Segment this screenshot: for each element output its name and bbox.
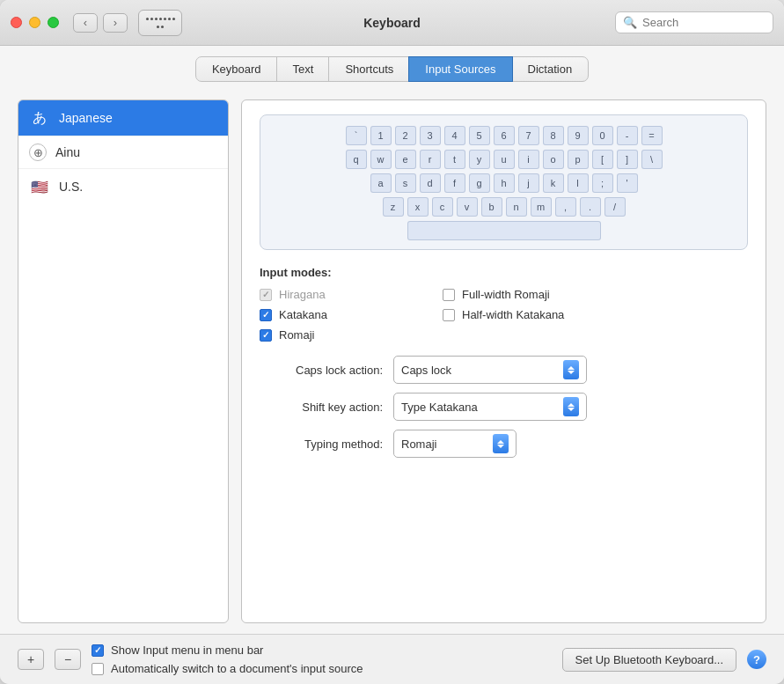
- source-label-ainu: Ainu: [55, 145, 80, 159]
- us-flag-icon: 🇺🇸: [29, 176, 50, 197]
- key-minus: -: [617, 126, 638, 145]
- maximize-button[interactable]: [48, 17, 59, 28]
- tab-text[interactable]: Text: [276, 56, 331, 82]
- key-l: l: [568, 173, 589, 193]
- grid-button[interactable]: [138, 10, 182, 36]
- key-a: a: [370, 173, 392, 193]
- checkbox-romaji[interactable]: [260, 329, 272, 342]
- key-3: 3: [420, 126, 441, 145]
- source-item-ainu[interactable]: ⊕ Ainu: [18, 136, 228, 169]
- key-8: 8: [543, 126, 564, 145]
- auto-switch-row: Automatically switch to a document's inp…: [92, 662, 363, 675]
- mode-label-hiragana: Hiragana: [279, 288, 326, 301]
- key-lbracket: [: [592, 150, 613, 169]
- tab-shortcuts[interactable]: Shortcuts: [328, 56, 410, 82]
- typing-method-select[interactable]: Romaji: [393, 430, 517, 458]
- typing-method-value: Romaji: [401, 438, 436, 451]
- key-f: f: [444, 173, 465, 193]
- main-window: ‹ › Keyboard 🔍 Keyboard Text Shortcuts I…: [0, 0, 784, 684]
- key-z: z: [383, 197, 404, 217]
- mode-full-width-romaji: Full-width Romaji: [443, 288, 619, 301]
- key-semicolon: ;: [592, 173, 613, 193]
- grid-dot: [150, 18, 153, 20]
- key-row-1: q w e r t y u i o p [ ] \: [269, 150, 738, 169]
- tab-dictation[interactable]: Dictation: [511, 56, 590, 82]
- window-title: Keyboard: [363, 16, 421, 30]
- key-j: j: [518, 173, 539, 193]
- checkbox-half-width-katakana[interactable]: [443, 309, 455, 321]
- mode-katakana: Katakana: [260, 308, 436, 321]
- add-source-button[interactable]: +: [18, 649, 44, 670]
- key-5: 5: [469, 126, 490, 145]
- sources-list: あ Japanese ⊕ Ainu 🇺🇸 U.S.: [18, 99, 229, 623]
- key-7: 7: [518, 126, 539, 145]
- typing-method-row: Typing method: Romaji: [260, 430, 748, 458]
- typing-method-arrow: [493, 434, 509, 453]
- key-c: c: [432, 197, 453, 217]
- key-comma: ,: [555, 197, 576, 217]
- checkbox-full-width-romaji[interactable]: [443, 289, 455, 301]
- tab-keyboard[interactable]: Keyboard: [195, 56, 278, 82]
- key-r: r: [420, 150, 441, 169]
- source-item-japanese[interactable]: あ Japanese: [18, 100, 228, 136]
- key-0: 0: [592, 126, 613, 145]
- help-button[interactable]: ?: [747, 650, 766, 669]
- key-b: b: [481, 197, 502, 217]
- caps-lock-row: Caps lock action: Caps lock: [260, 356, 748, 384]
- key-row-3: z x c v b n m , . /: [269, 197, 738, 217]
- search-box[interactable]: 🔍: [615, 11, 773, 33]
- key-1: 1: [370, 126, 392, 145]
- arrow-down-icon-2: [568, 408, 575, 411]
- search-icon: 🔍: [623, 16, 637, 29]
- caps-lock-value: Caps lock: [401, 364, 451, 377]
- key-d: d: [420, 173, 441, 193]
- ainu-icon: ⊕: [29, 143, 47, 161]
- bluetooth-button[interactable]: Set Up Bluetooth Keyboard...: [562, 648, 736, 672]
- key-x: x: [407, 197, 429, 217]
- forward-button[interactable]: ›: [103, 13, 128, 33]
- key-equals: =: [641, 126, 663, 145]
- key-2: 2: [395, 126, 416, 145]
- key-o: o: [543, 150, 564, 169]
- back-button[interactable]: ‹: [73, 13, 98, 33]
- shift-key-select[interactable]: Type Katakana: [393, 393, 587, 421]
- caps-lock-label: Caps lock action:: [260, 364, 383, 377]
- mode-romaji: Romaji: [260, 328, 436, 342]
- japanese-icon: あ: [29, 107, 50, 129]
- key-w: w: [370, 150, 392, 169]
- key-u: u: [494, 150, 515, 169]
- arrow-up-icon: [568, 366, 575, 370]
- tab-input-sources[interactable]: Input Sources: [408, 56, 512, 82]
- checkbox-katakana[interactable]: [260, 309, 272, 321]
- checkbox-hiragana[interactable]: [260, 289, 272, 301]
- arrow-down-icon-3: [497, 445, 504, 448]
- remove-source-button[interactable]: −: [55, 649, 81, 670]
- source-label-us: U.S.: [59, 180, 83, 194]
- key-i: i: [518, 150, 539, 169]
- key-s: s: [395, 173, 416, 193]
- bottombar: + − Show Input menu in menu bar Automati…: [0, 634, 784, 684]
- checkbox-show-input-menu[interactable]: [92, 644, 104, 657]
- content-area: あ Japanese ⊕ Ainu 🇺🇸 U.S. ` 1 2 3: [0, 89, 784, 634]
- grid-dot: [172, 18, 175, 20]
- source-label-japanese: Japanese: [59, 111, 113, 125]
- shift-key-arrow: [563, 397, 579, 416]
- key-q: q: [346, 150, 367, 169]
- close-button[interactable]: [11, 17, 22, 28]
- grid-dot: [168, 18, 171, 20]
- checkbox-auto-switch[interactable]: [92, 663, 104, 675]
- key-e: e: [395, 150, 416, 169]
- auto-switch-label: Automatically switch to a document's inp…: [111, 662, 363, 675]
- source-item-us[interactable]: 🇺🇸 U.S.: [18, 169, 228, 204]
- key-h: h: [494, 173, 515, 193]
- mode-label-half-width-katakana: Half-width Katakana: [462, 308, 564, 321]
- key-m: m: [531, 197, 552, 217]
- key-6: 6: [494, 126, 515, 145]
- tabbar: Keyboard Text Shortcuts Input Sources Di…: [0, 46, 784, 89]
- input-modes-label: Input modes:: [260, 266, 748, 279]
- caps-lock-select[interactable]: Caps lock: [393, 356, 587, 384]
- search-input[interactable]: [642, 16, 766, 29]
- nav-buttons: ‹ ›: [73, 13, 128, 33]
- minimize-button[interactable]: [29, 17, 40, 28]
- arrow-down-icon: [568, 371, 575, 374]
